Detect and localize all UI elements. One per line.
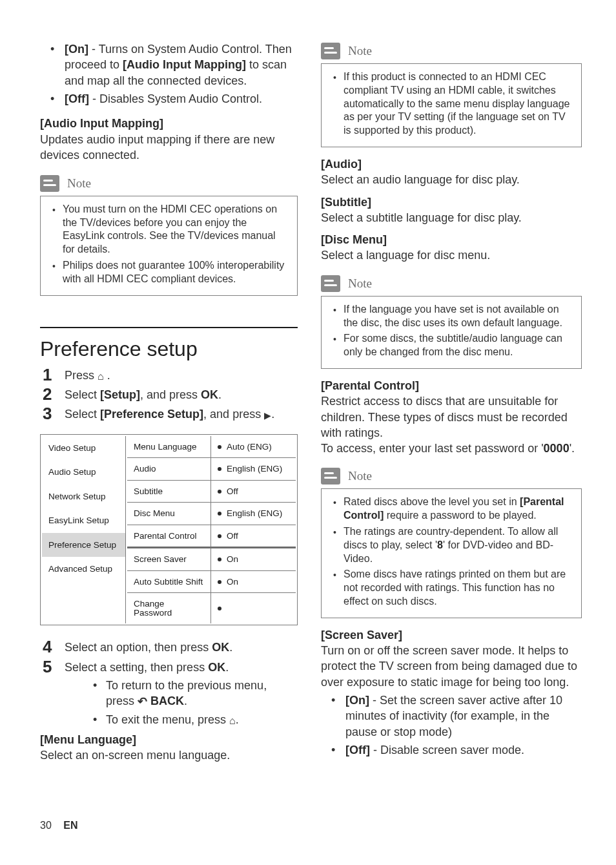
bullet-on: [On] - Turns on System Audio Control. Th… <box>65 41 298 89</box>
note-header: Note <box>321 468 582 485</box>
back-icon: ↶ <box>138 694 147 709</box>
subtitle-body: Select a subtitle language for disc play… <box>321 210 582 225</box>
text: , and press <box>140 388 201 401</box>
settings-row[interactable]: SubtitleOff <box>127 480 296 503</box>
settings-row-label: Change Password <box>127 593 211 623</box>
settings-row[interactable]: Disc MenuEnglish (ENG) <box>127 502 296 525</box>
settings-row-label: Auto Subtitle Shift <box>127 571 211 593</box>
text: - Disable screen saver mode. <box>370 744 524 756</box>
text: . <box>271 408 274 421</box>
bullet-on: [On] - Set the screen saver active after… <box>345 693 582 740</box>
page-number: 30 <box>40 820 52 831</box>
bullet-off: [Off] - Disable screen saver mode. <box>345 742 582 758</box>
step-3: Select [Preference Setup], and press ▶. <box>65 406 298 422</box>
note-header: Note <box>321 43 582 59</box>
note-icon <box>321 468 340 485</box>
bold: [Setup] <box>100 388 140 401</box>
settings-left-nav: Video Setup Audio Setup Network Setup Ea… <box>42 436 126 624</box>
settings-row-label: Menu Language <box>127 436 211 458</box>
value-text: Off <box>227 487 238 496</box>
settings-rows: Menu LanguageAuto (ENG)AudioEnglish (ENG… <box>127 436 296 624</box>
note-item: Rated discs above the level you set in [… <box>344 495 573 523</box>
nav-item[interactable]: Audio Setup <box>42 460 125 485</box>
page-lang: EN <box>63 820 77 831</box>
settings-row[interactable]: Screen SaverOn <box>127 547 296 570</box>
nav-item-selected[interactable]: Preference Setup <box>42 533 125 558</box>
steps-4-5: Select an option, then press OK. Select … <box>40 640 298 728</box>
note-hdmi-cec: Note If this product is connected to an … <box>321 43 582 147</box>
note-item: Philips does not guarantee 100% interope… <box>63 259 289 286</box>
disc-menu-body: Select a language for disc menu. <box>321 247 582 263</box>
bold: OK <box>212 641 229 654</box>
bullet-dot-icon <box>218 512 221 516</box>
step-1: Press ⌂ . <box>65 368 298 384</box>
text: To exit the menu, press <box>106 713 229 726</box>
note-header: Note <box>321 275 582 292</box>
note-list: If this product is connected to an HDMI … <box>329 70 573 138</box>
column-right: Note If this product is connected to an … <box>321 39 582 764</box>
note-icon <box>321 43 340 59</box>
nav-item[interactable]: EasyLink Setup <box>42 508 125 533</box>
text: , and press <box>203 408 264 421</box>
text: Select a setting, then press <box>65 661 208 674</box>
note-easylink: Note You must turn on the HDMI CEC opera… <box>40 175 298 296</box>
two-column-layout: [On] - Turns on System Audio Control. Th… <box>40 39 582 764</box>
settings-right: Menu LanguageAuto (ENG)AudioEnglish (ENG… <box>127 436 296 624</box>
step-5: Select a setting, then press OK. To retu… <box>65 660 298 728</box>
note-icon <box>321 275 340 292</box>
sub-bullets: To return to the previous menu, press ↶ … <box>65 678 298 728</box>
nav-item[interactable]: Video Setup <box>42 436 125 461</box>
tag: [Off] <box>345 744 370 756</box>
note-title: Note <box>348 276 372 291</box>
menu-language-body: Select an on-screen menu language. <box>40 747 298 763</box>
note-parental: Note Rated discs above the level you set… <box>321 468 582 618</box>
home-icon: ⌂ <box>98 370 104 384</box>
note-title: Note <box>67 176 91 191</box>
nav-item[interactable]: Network Setup <box>42 485 125 509</box>
bold: 0000 <box>544 442 570 455</box>
bullet-dot-icon <box>218 558 221 561</box>
value-text: On <box>227 555 238 564</box>
settings-row[interactable]: Auto Subtitle ShiftOn <box>127 570 296 593</box>
text: . <box>236 713 239 726</box>
settings-row-label: Subtitle <box>127 481 211 503</box>
settings-row[interactable]: Change Password <box>127 592 296 623</box>
note-language: Note If the language you have set is not… <box>321 275 582 369</box>
text: To access, enter your last set password … <box>321 442 544 455</box>
bullet-dot-icon <box>218 607 221 610</box>
text: Press <box>65 369 98 382</box>
settings-row[interactable]: Parental ControlOff <box>127 525 296 547</box>
settings-row-value <box>211 593 296 623</box>
subtitle-head: [Subtitle] <box>321 194 582 210</box>
bold: [Preference Setup] <box>100 408 203 421</box>
text: Select <box>65 408 100 421</box>
play-icon: ▶ <box>264 410 271 422</box>
note-box: If the language you have set is not avai… <box>321 296 582 369</box>
note-item: Some discs have ratings printed on them … <box>344 568 573 608</box>
settings-row-value: On <box>211 548 296 570</box>
settings-row-label: Screen Saver <box>127 548 211 570</box>
note-box: If this product is connected to an HDMI … <box>321 63 582 147</box>
audio-head: [Audio] <box>321 156 582 172</box>
settings-row[interactable]: Menu LanguageAuto (ENG) <box>127 436 296 458</box>
page-footer: 30 EN <box>40 820 77 831</box>
screen-saver-body: Turn on or off the screen saver mode. It… <box>321 643 582 690</box>
note-box: You must turn on the HDMI CEC operations… <box>40 196 298 296</box>
settings-row-value: Off <box>211 481 296 503</box>
settings-row-value: English (ENG) <box>211 503 296 525</box>
text: Select <box>65 388 100 401</box>
text: - Disables System Audio Control. <box>89 92 262 105</box>
settings-row[interactable]: AudioEnglish (ENG) <box>127 457 296 480</box>
nav-item[interactable]: Advanced Setup <box>42 557 125 581</box>
settings-row-value: Off <box>211 525 296 547</box>
text: Select an option, then press <box>65 641 212 654</box>
screen-saver-bullets: [On] - Set the screen saver active after… <box>321 693 582 758</box>
tag-aim: [Audio Input Mapping] <box>123 58 246 71</box>
bold: OK <box>201 388 218 401</box>
parental-control-head: [Parental Control] <box>321 378 582 393</box>
settings-row-value: On <box>211 571 296 593</box>
bullet-off: [Off] - Disables System Audio Control. <box>65 91 298 107</box>
page: [On] - Turns on System Audio Control. Th… <box>0 0 616 865</box>
system-audio-bullets: [On] - Turns on System Audio Control. Th… <box>40 41 298 107</box>
value-text: Off <box>227 532 238 541</box>
